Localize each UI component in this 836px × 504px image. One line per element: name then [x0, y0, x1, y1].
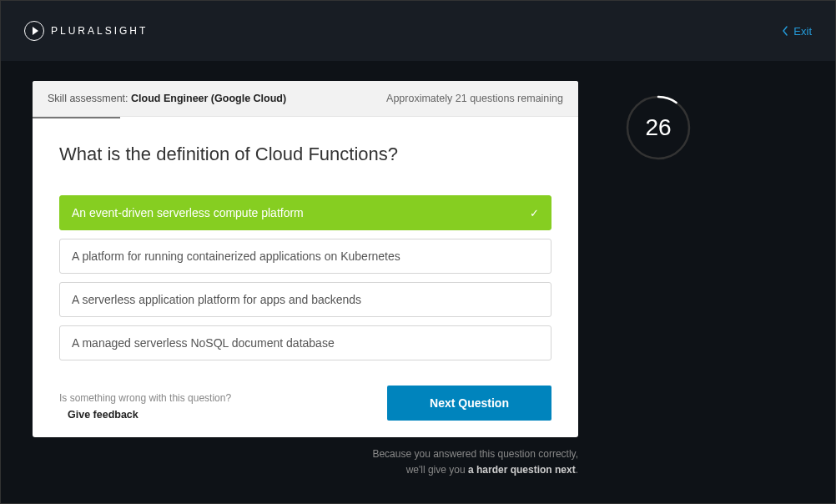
questions-remaining: Approximately 21 questions remaining: [386, 93, 563, 104]
assessment-title: Skill assessment: Cloud Engineer (Google…: [48, 93, 286, 104]
message-line-2-bold: a harder question next: [468, 464, 576, 476]
result-message: Because you answered this question corre…: [33, 446, 578, 478]
feedback-area: Is something wrong with this question? G…: [59, 392, 231, 421]
next-question-button[interactable]: Next Question: [387, 386, 551, 421]
chevron-left-icon: [782, 26, 788, 36]
brand-logo: PLURALSIGHT: [24, 21, 148, 41]
answer-option[interactable]: An event-driven serverless compute platf…: [59, 195, 551, 230]
panel-body: What is the definition of Cloud Function…: [33, 118, 578, 437]
message-line-2-prefix: we'll give you: [406, 464, 468, 476]
answer-list: An event-driven serverless compute platf…: [59, 195, 551, 360]
panel-footer: Is something wrong with this question? G…: [59, 386, 551, 421]
assessment-name: Cloud Engineer (Google Cloud): [131, 93, 286, 104]
answer-option[interactable]: A managed serverless NoSQL document data…: [59, 325, 551, 360]
assessment-prefix: Skill assessment:: [48, 93, 131, 104]
app-frame: PLURALSIGHT Exit Skill assessment: Cloud…: [0, 0, 836, 504]
answer-option[interactable]: A platform for running containerized app…: [59, 239, 551, 274]
answer-option[interactable]: A serverless application platform for ap…: [59, 282, 551, 317]
timer-value: 26: [645, 114, 671, 141]
exit-link[interactable]: Exit: [782, 25, 812, 38]
exit-label: Exit: [793, 25, 812, 38]
feedback-prompt: Is something wrong with this question?: [59, 392, 231, 404]
brand-name: PLURALSIGHT: [51, 25, 148, 37]
app-header: PLURALSIGHT Exit: [1, 1, 835, 61]
feedback-link[interactable]: Give feedback: [59, 409, 231, 421]
question-panel: Skill assessment: Cloud Engineer (Google…: [33, 81, 578, 437]
message-line-2-suffix: .: [576, 464, 578, 476]
timer: 26: [625, 94, 692, 161]
play-circle-icon: [24, 21, 44, 41]
message-line-1: Because you answered this question corre…: [372, 448, 578, 460]
question-text: What is the definition of Cloud Function…: [59, 144, 551, 165]
content-area: Skill assessment: Cloud Engineer (Google…: [1, 61, 835, 503]
panel-header: Skill assessment: Cloud Engineer (Google…: [33, 81, 578, 117]
